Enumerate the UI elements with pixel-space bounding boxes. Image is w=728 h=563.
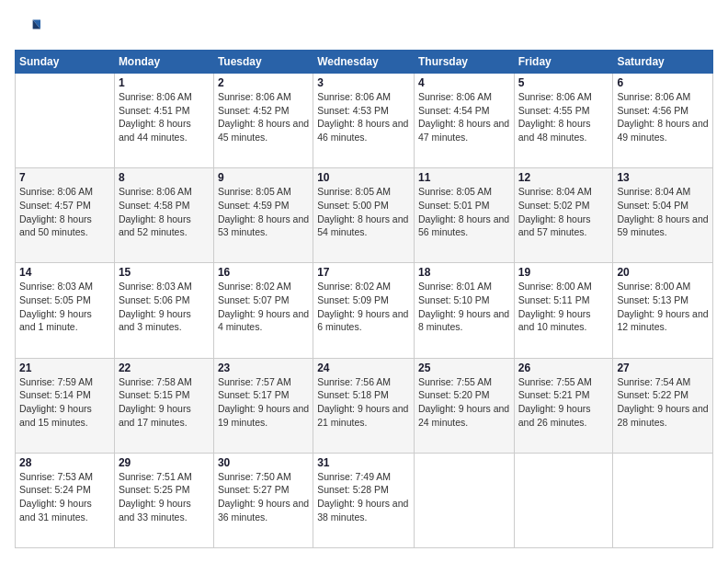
- week-row-0: 1Sunrise: 8:06 AM Sunset: 4:51 PM Daylig…: [16, 74, 713, 168]
- day-cell: 2Sunrise: 8:06 AM Sunset: 4:52 PM Daylig…: [213, 74, 313, 168]
- day-number: 23: [218, 362, 309, 374]
- header: [15, 15, 713, 40]
- day-info: Sunrise: 7:51 AM Sunset: 5:25 PM Dayligh…: [119, 470, 210, 524]
- day-number: 3: [317, 76, 410, 89]
- header-day-saturday: Saturday: [613, 51, 713, 74]
- day-cell: 31Sunrise: 7:49 AM Sunset: 5:28 PM Dayli…: [313, 453, 415, 547]
- header-day-tuesday: Tuesday: [213, 51, 313, 74]
- day-cell: 18Sunrise: 8:01 AM Sunset: 5:10 PM Dayli…: [414, 263, 514, 358]
- day-info: Sunrise: 7:54 AM Sunset: 5:22 PM Dayligh…: [617, 375, 709, 430]
- day-number: 9: [218, 171, 309, 184]
- day-info: Sunrise: 8:06 AM Sunset: 4:55 PM Dayligh…: [518, 90, 609, 144]
- day-cell: 16Sunrise: 8:02 AM Sunset: 5:07 PM Dayli…: [213, 263, 313, 358]
- header-day-sunday: Sunday: [16, 51, 115, 74]
- day-info: Sunrise: 7:55 AM Sunset: 5:20 PM Dayligh…: [418, 375, 510, 430]
- day-number: 6: [617, 76, 709, 89]
- day-cell: 19Sunrise: 8:00 AM Sunset: 5:11 PM Dayli…: [514, 263, 613, 358]
- day-number: 10: [317, 171, 410, 184]
- day-number: 28: [19, 456, 110, 469]
- week-row-3: 21Sunrise: 7:59 AM Sunset: 5:14 PM Dayli…: [16, 358, 713, 453]
- day-cell: 23Sunrise: 7:57 AM Sunset: 5:17 PM Dayli…: [213, 358, 313, 453]
- day-cell: 14Sunrise: 8:03 AM Sunset: 5:05 PM Dayli…: [16, 263, 115, 358]
- day-info: Sunrise: 8:06 AM Sunset: 4:57 PM Dayligh…: [19, 185, 110, 239]
- day-number: 4: [418, 76, 510, 89]
- week-row-1: 7Sunrise: 8:06 AM Sunset: 4:57 PM Daylig…: [16, 168, 713, 263]
- day-number: 24: [317, 362, 410, 374]
- day-cell: 15Sunrise: 8:03 AM Sunset: 5:06 PM Dayli…: [114, 263, 213, 358]
- day-number: 16: [218, 266, 309, 279]
- day-info: Sunrise: 8:05 AM Sunset: 5:01 PM Dayligh…: [418, 185, 510, 239]
- day-info: Sunrise: 8:06 AM Sunset: 4:54 PM Dayligh…: [418, 90, 510, 144]
- day-info: Sunrise: 8:04 AM Sunset: 5:02 PM Dayligh…: [518, 185, 609, 239]
- day-info: Sunrise: 8:06 AM Sunset: 4:58 PM Dayligh…: [119, 185, 210, 239]
- day-info: Sunrise: 8:01 AM Sunset: 5:10 PM Dayligh…: [418, 280, 510, 334]
- day-number: 29: [119, 456, 210, 469]
- day-cell: 29Sunrise: 7:51 AM Sunset: 5:25 PM Dayli…: [114, 453, 213, 547]
- day-number: 12: [518, 171, 609, 184]
- week-row-4: 28Sunrise: 7:53 AM Sunset: 5:24 PM Dayli…: [16, 453, 713, 547]
- day-number: 2: [218, 76, 309, 89]
- day-number: 17: [317, 266, 410, 279]
- day-number: 31: [317, 456, 410, 469]
- day-cell: [613, 453, 713, 547]
- day-info: Sunrise: 8:05 AM Sunset: 4:59 PM Dayligh…: [218, 185, 309, 239]
- day-info: Sunrise: 7:53 AM Sunset: 5:24 PM Dayligh…: [19, 470, 110, 524]
- day-number: 20: [617, 266, 709, 279]
- day-cell: 28Sunrise: 7:53 AM Sunset: 5:24 PM Dayli…: [16, 453, 115, 547]
- day-info: Sunrise: 7:56 AM Sunset: 5:18 PM Dayligh…: [317, 375, 410, 430]
- day-info: Sunrise: 8:03 AM Sunset: 5:06 PM Dayligh…: [119, 280, 210, 334]
- day-info: Sunrise: 7:59 AM Sunset: 5:14 PM Dayligh…: [19, 375, 110, 430]
- day-cell: 1Sunrise: 8:06 AM Sunset: 4:51 PM Daylig…: [114, 74, 213, 168]
- day-number: 5: [518, 76, 609, 89]
- day-info: Sunrise: 7:58 AM Sunset: 5:15 PM Dayligh…: [119, 375, 210, 430]
- header-day-wednesday: Wednesday: [313, 51, 415, 74]
- day-info: Sunrise: 7:50 AM Sunset: 5:27 PM Dayligh…: [218, 470, 309, 524]
- week-row-2: 14Sunrise: 8:03 AM Sunset: 5:05 PM Dayli…: [16, 263, 713, 358]
- logo: [15, 15, 44, 40]
- day-info: Sunrise: 8:02 AM Sunset: 5:07 PM Dayligh…: [218, 280, 309, 334]
- day-cell: 4Sunrise: 8:06 AM Sunset: 4:54 PM Daylig…: [414, 74, 514, 168]
- day-info: Sunrise: 7:57 AM Sunset: 5:17 PM Dayligh…: [218, 375, 309, 430]
- day-cell: [414, 453, 514, 547]
- day-cell: 21Sunrise: 7:59 AM Sunset: 5:14 PM Dayli…: [16, 358, 115, 453]
- day-number: 26: [518, 362, 609, 374]
- day-cell: 13Sunrise: 8:04 AM Sunset: 5:04 PM Dayli…: [613, 168, 713, 263]
- day-info: Sunrise: 7:55 AM Sunset: 5:21 PM Dayligh…: [518, 375, 609, 430]
- day-info: Sunrise: 8:03 AM Sunset: 5:05 PM Dayligh…: [19, 280, 110, 334]
- day-cell: [514, 453, 613, 547]
- calendar-table: SundayMondayTuesdayWednesdayThursdayFrid…: [15, 50, 713, 548]
- day-cell: 10Sunrise: 8:05 AM Sunset: 5:00 PM Dayli…: [313, 168, 415, 263]
- day-info: Sunrise: 8:00 AM Sunset: 5:11 PM Dayligh…: [518, 280, 609, 334]
- day-cell: 6Sunrise: 8:06 AM Sunset: 4:56 PM Daylig…: [613, 74, 713, 168]
- day-cell: 9Sunrise: 8:05 AM Sunset: 4:59 PM Daylig…: [213, 168, 313, 263]
- day-cell: 17Sunrise: 8:02 AM Sunset: 5:09 PM Dayli…: [313, 263, 415, 358]
- header-row: SundayMondayTuesdayWednesdayThursdayFrid…: [16, 51, 713, 74]
- day-cell: 20Sunrise: 8:00 AM Sunset: 5:13 PM Dayli…: [613, 263, 713, 358]
- day-number: 19: [518, 266, 609, 279]
- day-cell: 12Sunrise: 8:04 AM Sunset: 5:02 PM Dayli…: [514, 168, 613, 263]
- day-cell: 24Sunrise: 7:56 AM Sunset: 5:18 PM Dayli…: [313, 358, 415, 453]
- day-info: Sunrise: 7:49 AM Sunset: 5:28 PM Dayligh…: [317, 470, 410, 524]
- logo-icon: [15, 15, 40, 40]
- day-number: 14: [19, 266, 110, 279]
- day-cell: [16, 74, 115, 168]
- day-number: 15: [119, 266, 210, 279]
- day-cell: 5Sunrise: 8:06 AM Sunset: 4:55 PM Daylig…: [514, 74, 613, 168]
- day-info: Sunrise: 8:04 AM Sunset: 5:04 PM Dayligh…: [617, 185, 709, 239]
- header-day-monday: Monday: [114, 51, 213, 74]
- day-cell: 25Sunrise: 7:55 AM Sunset: 5:20 PM Dayli…: [414, 358, 514, 453]
- day-info: Sunrise: 8:06 AM Sunset: 4:52 PM Dayligh…: [218, 90, 309, 144]
- header-day-friday: Friday: [514, 51, 613, 74]
- day-cell: 30Sunrise: 7:50 AM Sunset: 5:27 PM Dayli…: [213, 453, 313, 547]
- day-number: 27: [617, 362, 709, 374]
- day-number: 25: [418, 362, 510, 374]
- day-cell: 22Sunrise: 7:58 AM Sunset: 5:15 PM Dayli…: [114, 358, 213, 453]
- day-info: Sunrise: 8:02 AM Sunset: 5:09 PM Dayligh…: [317, 280, 410, 334]
- day-number: 18: [418, 266, 510, 279]
- day-number: 13: [617, 171, 709, 184]
- day-cell: 27Sunrise: 7:54 AM Sunset: 5:22 PM Dayli…: [613, 358, 713, 453]
- day-info: Sunrise: 8:06 AM Sunset: 4:51 PM Dayligh…: [119, 90, 210, 144]
- day-number: 11: [418, 171, 510, 184]
- day-info: Sunrise: 8:06 AM Sunset: 4:56 PM Dayligh…: [617, 90, 709, 144]
- day-info: Sunrise: 8:00 AM Sunset: 5:13 PM Dayligh…: [617, 280, 709, 334]
